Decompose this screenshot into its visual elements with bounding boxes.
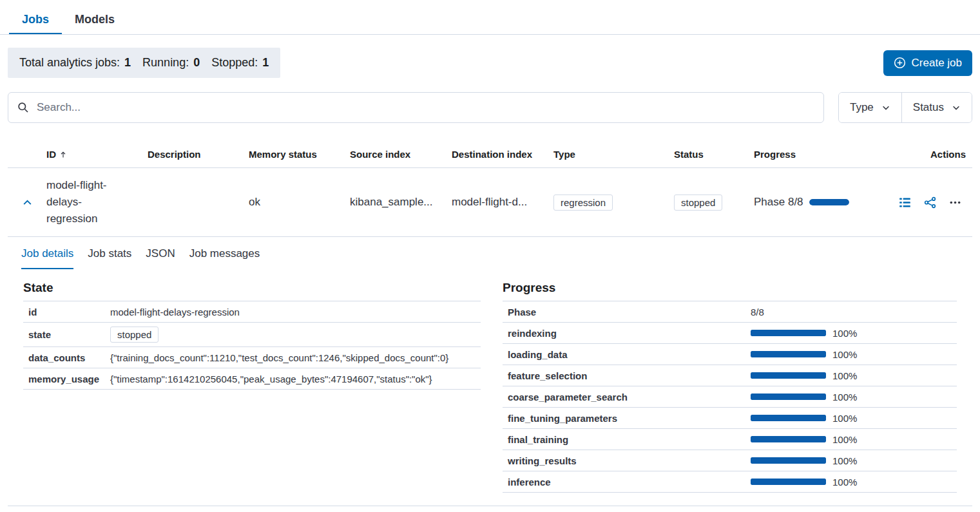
header-type[interactable]: Type [553,149,674,160]
phase-value: 8/8 [751,303,764,321]
status-filter-label: Status [913,101,944,114]
state-row-id: id model-flight-delays-regression [23,301,481,323]
state-stopped-badge: stopped [110,327,159,343]
tab-json[interactable]: JSON [146,247,175,269]
job-id-cell: model-flight-delays-regression [46,177,148,227]
job-type-cell: regression [553,194,674,211]
job-memory-status-cell: ok [249,196,350,209]
type-filter-label: Type [850,101,874,114]
running-value: 0 [193,56,200,70]
header-description[interactable]: Description [148,149,249,160]
progress-bar [751,330,826,336]
plus-circle-icon [894,57,906,69]
row-progress-bar [809,199,849,205]
create-job-label: Create job [912,57,962,70]
progress-bar [751,457,826,464]
progress-bar [751,372,826,379]
status-badge: stopped [674,194,722,211]
collapse-row-button[interactable] [19,194,35,211]
progress-bar [751,393,826,400]
search-box [8,92,824,123]
state-table: id model-flight-delays-regression state … [23,301,481,390]
header-status[interactable]: Status [674,149,754,160]
header-actions: Actions [896,149,972,160]
analytics-map-icon [924,196,936,209]
tab-models[interactable]: Models [62,6,128,34]
view-job-button[interactable] [897,194,913,211]
header-source-index[interactable]: Source index [350,149,452,160]
total-jobs-label: Total analytics jobs: [19,56,120,70]
chevron-down-icon [881,103,890,112]
state-row-state: state stopped [23,323,481,347]
job-actions-cell [896,194,972,211]
progress-bar [751,479,826,485]
progress-row-reindexing: reindexing 100% [503,323,957,344]
tab-jobs[interactable]: Jobs [9,6,62,34]
detail-content: State id model-flight-delays-regression … [8,269,972,493]
job-row: model-flight-delays-regression ok kibana… [8,168,972,237]
tab-job-details[interactable]: Job details [21,247,73,269]
main-tabs: Jobs Models [0,0,980,35]
state-row-memory-usage: memory_usage {"timestamp":1614210256045,… [23,368,481,390]
more-actions-button[interactable] [947,194,963,211]
progress-section: Progress Phase 8/8 reindexing 100% loadi… [503,272,957,493]
progress-row-loading-data: loading_data 100% [503,344,957,365]
job-destination-index-cell: model-flight-d... [452,196,553,209]
state-section: State id model-flight-delays-regression … [23,272,481,493]
job-progress-cell: Phase 8/8 [754,196,896,209]
search-icon [17,102,29,113]
tab-job-stats[interactable]: Job stats [88,247,131,269]
running-label: Running: [142,56,189,70]
expand-cell [8,194,46,211]
stats-row: Total analytics jobs: 1 Running: 0 Stopp… [0,35,980,78]
progress-row-fine-tuning-parameters: fine_tuning_parameters 100% [503,408,957,429]
progress-row-coarse-parameter-search: coarse_parameter_search 100% [503,386,957,408]
table-header-row: ID Description Memory status Source inde… [8,145,972,168]
progress-row-phase: Phase 8/8 [503,301,957,323]
table-view-icon [899,196,911,209]
progress-row-feature-selection: feature_selection 100% [503,365,957,386]
type-badge: regression [553,194,613,211]
progress-row-final-training: final_training 100% [503,429,957,450]
total-jobs-value: 1 [124,56,131,70]
create-job-button[interactable]: Create job [883,50,972,76]
job-source-index-cell: kibana_sample... [350,196,452,209]
header-memory-status[interactable]: Memory status [249,149,350,160]
stopped-value: 1 [262,56,269,70]
stats-bar: Total analytics jobs: 1 Running: 0 Stopp… [8,48,280,78]
header-progress[interactable]: Progress [754,149,896,160]
ellipsis-icon [949,196,961,209]
progress-bar [751,436,826,442]
stopped-label: Stopped: [211,56,258,70]
progress-row-writing-results: writing_results 100% [503,450,957,471]
status-filter-button[interactable]: Status [901,93,972,122]
progress-bar [751,415,826,421]
job-details-panel: Job details Job stats JSON Job messages … [8,237,972,506]
job-status-cell: stopped [674,194,754,211]
progress-bar [751,351,826,357]
header-id[interactable]: ID [46,149,148,160]
type-filter-button[interactable]: Type [839,93,901,122]
tab-job-messages[interactable]: Job messages [189,247,260,269]
analytics-map-button[interactable] [922,194,938,211]
progress-row-inference: inference 100% [503,471,957,493]
search-input[interactable] [37,101,814,114]
state-title: State [23,281,481,295]
detail-tabs: Job details Job stats JSON Job messages [8,237,972,269]
state-row-data-counts: data_counts {"training_docs_count":11210… [23,347,481,368]
filter-group: Type Status [838,92,972,123]
search-row: Type Status [0,78,980,123]
progress-phase-label: Phase 8/8 [754,196,803,209]
chevron-down-icon [952,103,961,112]
sort-asc-icon [59,151,67,158]
jobs-table: ID Description Memory status Source inde… [8,145,972,506]
progress-title: Progress [503,281,957,295]
progress-table: Phase 8/8 reindexing 100% loading_data 1… [503,301,957,493]
header-destination-index[interactable]: Destination index [452,149,553,160]
